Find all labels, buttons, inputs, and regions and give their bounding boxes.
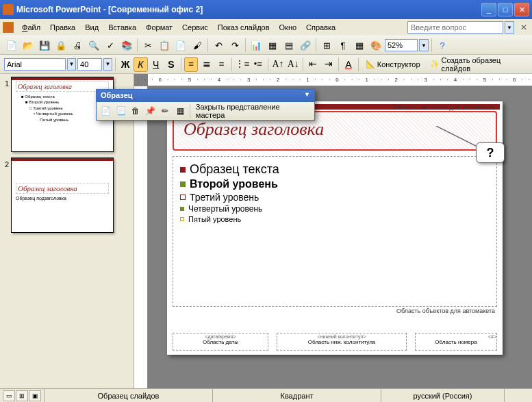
hyperlink-button[interactable]: 🔗 [298,38,313,53]
decrease-indent-button[interactable]: ⇤ [306,57,320,72]
menu-help[interactable]: Справка [302,22,340,33]
standard-toolbar: 📄 📂 💾 🔒 🖨 🔍 ✓ 📚 ✂ 📋 📄 🖌 ↶ ↷ 📊 ▦ ▤ 🔗 ⊞ ¶ … [0,36,532,55]
date-token: <дата/время> [173,334,268,339]
slide-editor: 12···11···10···9···8···7···6···5···4···3… [134,74,532,388]
increase-indent-button[interactable]: ⇥ [322,57,335,72]
increase-font-button[interactable]: A↑ [271,57,285,72]
grid-button[interactable]: ▦ [352,38,367,53]
bullet-icon [180,207,184,211]
font-dropdown[interactable]: ▼ [67,58,76,71]
font-color-button[interactable]: A [342,57,355,72]
insert-slide-master-button[interactable]: 📄 [99,104,113,118]
footer-placeholder[interactable]: <нижний колонтитул> Область ниж. колонти… [277,333,407,351]
format-painter-button[interactable]: 🖌 [190,38,205,53]
status-language[interactable]: русский (Россия) [381,389,504,402]
master-toolbar-title[interactable]: Образец ▼ [97,90,314,102]
body-placeholder[interactable]: Образец текста Второй уровень Третий уро… [173,156,497,307]
new-button[interactable]: 📄 [4,38,19,53]
decrease-font-button[interactable]: A↓ [286,57,300,72]
doc-close-button[interactable]: ✕ [518,22,529,33]
app-icon [3,4,14,15]
research-button[interactable]: 📚 [119,38,134,53]
zoom-input[interactable] [385,39,418,51]
menu-format[interactable]: Формат [142,22,177,33]
master-layout-button[interactable]: ▦ [173,104,187,118]
bullet-icon [180,217,184,221]
numbering-button[interactable]: ⋮≡ [235,57,250,72]
window-maximize-button[interactable]: □ [498,3,513,16]
align-left-button[interactable]: ≡ [184,57,198,72]
help-button[interactable]: ? [435,38,450,53]
window-close-button[interactable]: ✕ [514,3,529,16]
shadow-button[interactable]: S [164,57,178,72]
color-button[interactable]: 🎨 [368,38,383,53]
number-token: <#> [416,334,496,339]
ruler-vertical[interactable] [134,86,148,388]
delete-master-button[interactable]: 🗑 [129,104,142,118]
date-placeholder[interactable]: <дата/время> Область даты [173,333,268,351]
menu-tools[interactable]: Сервис [178,22,212,33]
preserve-master-button[interactable]: 📌 [144,104,157,118]
font-input[interactable] [4,58,66,71]
format-toolbar: ▼ ▼ Ж К Ч S ≡ ≣ ≡ ⋮≡ •≡ A↑ A↓ ⇤ ⇥ A 📐Кон… [0,55,532,74]
expand-button[interactable]: ⊞ [319,38,334,53]
menu-view[interactable]: Вид [81,22,103,33]
designer-button[interactable]: 📐Конструктор [362,57,425,72]
spellcheck-button[interactable]: ✓ [103,38,118,53]
master-toolbar[interactable]: Образец ▼ 📄 📃 🗑 📌 ✏ ▦ Закрыть представле… [96,89,315,121]
menu-file[interactable]: Файл [18,22,45,33]
size-input[interactable] [77,58,102,71]
cut-button[interactable]: ✂ [140,38,155,53]
status-end [504,389,532,402]
ask-dropdown[interactable]: ▼ [505,21,514,34]
bullets-button[interactable]: •≡ [251,57,265,72]
paste-button[interactable]: 📄 [173,38,188,53]
slide-panel: 1 Образец заголовка ■ Образец текста ■ В… [0,74,134,388]
window-title: Microsoft PowerPoint - [Современный офис… [16,5,481,14]
undo-button[interactable]: ↶ [211,38,226,53]
print-button[interactable]: 🖨 [70,38,85,53]
menu-insert[interactable]: Вставка [104,22,140,33]
bold-button[interactable]: Ж [118,57,132,72]
italic-button[interactable]: К [134,57,147,72]
chart-button[interactable]: 📊 [249,38,264,53]
window-minimize-button[interactable]: _ [481,3,496,16]
new-master-button[interactable]: ✨Создать образец слайдов [426,57,528,72]
rename-master-button[interactable]: ✏ [159,104,173,118]
number-placeholder[interactable]: <#> Область номера [415,333,497,351]
align-center-button[interactable]: ≣ [199,57,213,72]
date-label: Область даты [173,339,268,345]
ruler-horizontal[interactable]: 12···11···10···9···8···7···6···5···4···3… [148,74,532,86]
size-dropdown[interactable]: ▼ [103,58,112,71]
svg-line-0 [436,126,477,147]
menu-window[interactable]: Окно [275,22,301,33]
normal-view-button[interactable]: ▭ [3,390,15,401]
footer-token: <нижний колонтитул> [277,334,406,339]
table-button[interactable]: ▦ [265,38,280,53]
show-formatting-button[interactable]: ¶ [335,38,351,53]
ask-question-input[interactable] [407,21,503,34]
close-master-view-button[interactable]: Закрыть представление мастера [193,103,312,119]
align-right-button[interactable]: ≡ [215,57,229,72]
thumb-title: Образец заголовка [16,183,109,194]
statusbar: ▭ ⊞ ▣ Образец слайдов Квадрант русский (… [0,388,532,402]
slide-thumb-2[interactable]: Образец заголовка Образец подзаголовка [11,158,114,233]
slideshow-view-button[interactable]: ▣ [29,390,41,401]
preview-button[interactable]: 🔍 [86,38,101,53]
menu-edit[interactable]: Правка [46,22,79,33]
open-button[interactable]: 📂 [21,38,36,53]
zoom-dropdown[interactable]: ▼ [419,39,429,51]
insert-title-master-button[interactable]: 📃 [114,104,128,118]
bullet-icon [180,167,186,173]
chevron-down-icon[interactable]: ▼ [304,91,310,101]
number-label: Область номера [416,339,496,345]
underline-button[interactable]: Ч [149,57,163,72]
permission-button[interactable]: 🔒 [53,38,68,53]
copy-button[interactable]: 📋 [157,38,172,53]
redo-button[interactable]: ↷ [227,38,242,53]
tables-borders-button[interactable]: ▤ [281,38,296,53]
view-buttons: ▭ ⊞ ▣ [0,390,44,401]
menu-slideshow[interactable]: Показ слайдов [214,22,274,33]
save-button[interactable]: 💾 [37,38,52,53]
sorter-view-button[interactable]: ⊞ [16,390,28,401]
